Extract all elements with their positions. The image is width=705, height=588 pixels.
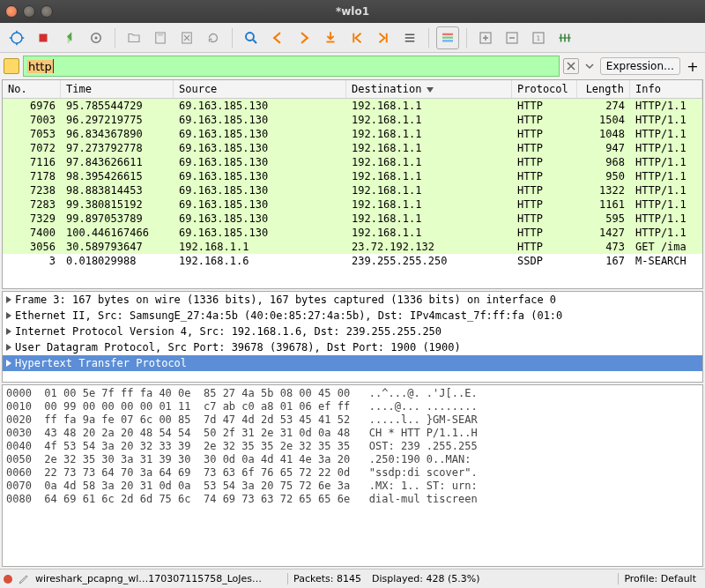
expand-icon [6, 344, 11, 351]
col-length[interactable]: Length [577, 80, 630, 98]
minimize-button[interactable] [23, 5, 35, 18]
add-filter-button[interactable]: + [684, 58, 701, 75]
svg-text:1: 1 [537, 34, 541, 42]
table-row[interactable]: 707297.27379277869.163.185.130192.168.1.… [3, 141, 702, 155]
detail-line[interactable]: Hypertext Transfer Protocol [3, 355, 702, 371]
hex-line[interactable]: 0040 4f 53 54 3a 20 32 33 39 2e 32 35 35… [6, 440, 699, 453]
detail-line[interactable]: User Datagram Protocol, Src Port: 39678 … [3, 339, 702, 355]
status-displayed: Displayed: 428 (5.3%) [372, 573, 480, 584]
col-info[interactable]: Info [630, 80, 702, 98]
svg-point-3 [95, 36, 98, 39]
main-toolbar: 1 [0, 23, 705, 53]
col-source[interactable]: Source [174, 80, 346, 98]
save-button[interactable] [149, 26, 172, 49]
auto-scroll-button[interactable] [398, 26, 421, 49]
svg-rect-1 [40, 33, 48, 41]
col-time[interactable]: Time [61, 80, 174, 98]
svg-rect-9 [442, 36, 453, 38]
packet-list-header: No. Time Source Destination Protocol Len… [3, 80, 702, 99]
filter-dropdown[interactable] [583, 59, 597, 73]
capture-options-button[interactable] [5, 26, 28, 49]
window-title: *wlo1 [0, 5, 705, 18]
table-row[interactable]: 705396.83436789069.163.185.130192.168.1.… [3, 127, 702, 141]
hex-line[interactable]: 0050 2e 32 35 30 3a 31 39 30 30 0d 0a 4d… [6, 453, 699, 466]
next-packet-button[interactable] [293, 26, 315, 49]
goto-packet-button[interactable] [319, 26, 342, 49]
resize-columns-button[interactable] [553, 26, 576, 49]
clear-filter-button[interactable] [563, 58, 579, 74]
svg-rect-5 [158, 33, 163, 36]
hex-line[interactable]: 0000 01 00 5e 7f ff fa 40 0e 85 27 4a 5b… [6, 387, 699, 400]
packet-bytes[interactable]: 0000 01 00 5e 7f ff fa 40 0e 85 27 4a 5b… [2, 384, 703, 567]
table-row[interactable]: 711697.84362661169.163.185.130192.168.1.… [3, 155, 702, 169]
table-row[interactable]: 732999.89705378969.163.185.130192.168.1.… [3, 212, 702, 226]
expand-icon [6, 328, 11, 335]
stop-capture-button[interactable] [32, 26, 55, 49]
expand-icon [6, 296, 11, 303]
maximize-button[interactable] [41, 5, 53, 18]
edit-icon[interactable] [18, 573, 30, 585]
sort-indicator-icon [427, 87, 434, 93]
detail-line[interactable]: Frame 3: 167 bytes on wire (1336 bits), … [3, 292, 702, 308]
prev-packet-button[interactable] [266, 26, 289, 49]
col-no[interactable]: No. [3, 80, 61, 98]
table-row[interactable]: 697695.78554472969.163.185.130192.168.1.… [3, 99, 702, 113]
colorize-button[interactable] [436, 26, 459, 49]
zoom-in-button[interactable] [474, 26, 497, 49]
table-row[interactable]: 305630.589793647192.168.1.123.72.192.132… [3, 240, 702, 254]
find-packet-button[interactable] [240, 26, 263, 49]
table-row[interactable]: 7400100.44616746669.163.185.130192.168.1… [3, 226, 702, 240]
status-profile[interactable]: Profile: Default [618, 573, 701, 584]
display-filter-input[interactable]: http [23, 56, 560, 77]
svg-point-7 [246, 33, 254, 41]
expert-info-icon[interactable] [4, 575, 12, 584]
status-bar: wireshark_pcapng_wl…170307115758_LoJes… … [0, 569, 705, 588]
status-file: wireshark_pcapng_wl…170307115758_LoJes… [35, 573, 282, 584]
detail-line[interactable]: Internet Protocol Version 4, Src: 192.16… [3, 324, 702, 339]
hex-line[interactable]: 0060 22 73 73 64 70 3a 64 69 73 63 6f 76… [6, 466, 699, 480]
goto-first-button[interactable] [345, 26, 368, 49]
filter-text: http [27, 60, 53, 73]
table-row[interactable]: 30.018029988192.168.1.6239.255.255.250SS… [3, 254, 702, 268]
zoom-reset-button[interactable]: 1 [527, 26, 550, 49]
hex-line[interactable]: 0080 64 69 61 6c 2d 6d 75 6c 74 69 73 63… [6, 493, 699, 506]
titlebar: *wlo1 [0, 0, 705, 23]
svg-rect-8 [442, 33, 453, 34]
col-protocol[interactable]: Protocol [512, 80, 577, 98]
hex-line[interactable]: 0010 00 99 00 00 00 00 01 11 c7 ab c0 a8… [6, 400, 699, 413]
detail-line[interactable]: Ethernet II, Src: SamsungE_27:4a:5b (40:… [3, 308, 702, 324]
close-file-button[interactable] [175, 26, 198, 49]
open-file-button[interactable] [122, 26, 145, 49]
expand-icon [6, 360, 11, 367]
table-row[interactable]: 717898.39542661569.163.185.130192.168.1.… [3, 169, 702, 183]
svg-point-0 [11, 33, 22, 43]
packet-list[interactable]: No. Time Source Destination Protocol Len… [2, 79, 703, 289]
goto-last-button[interactable] [372, 26, 395, 49]
expand-icon [6, 312, 11, 319]
filter-bar: http Expression… + [0, 53, 705, 79]
svg-rect-10 [442, 40, 453, 41]
col-destination[interactable]: Destination [346, 80, 512, 98]
table-row[interactable]: 728399.38081519269.163.185.130192.168.1.… [3, 197, 702, 212]
close-button[interactable] [5, 5, 18, 18]
expression-button[interactable]: Expression… [600, 57, 680, 75]
bookmark-icon[interactable] [4, 58, 19, 74]
restart-capture-button[interactable] [58, 26, 81, 49]
reload-button[interactable] [202, 26, 225, 49]
hex-line[interactable]: 0020 ff fa 9a fe 07 6c 00 85 7d 47 4d 2d… [6, 413, 699, 427]
status-packets: Packets: 8145 [287, 573, 367, 584]
capture-filters-button[interactable] [85, 26, 108, 49]
table-row[interactable]: 700396.29721977569.163.185.130192.168.1.… [3, 113, 702, 127]
packet-details[interactable]: Frame 3: 167 bytes on wire (1336 bits), … [2, 291, 703, 383]
hex-line[interactable]: 0030 43 48 20 2a 20 48 54 54 50 2f 31 2e… [6, 427, 699, 440]
hex-line[interactable]: 0070 0a 4d 58 3a 20 31 0d 0a 53 54 3a 20… [6, 480, 699, 493]
table-row[interactable]: 723898.88381445369.163.185.130192.168.1.… [3, 183, 702, 197]
zoom-out-button[interactable] [501, 26, 523, 49]
